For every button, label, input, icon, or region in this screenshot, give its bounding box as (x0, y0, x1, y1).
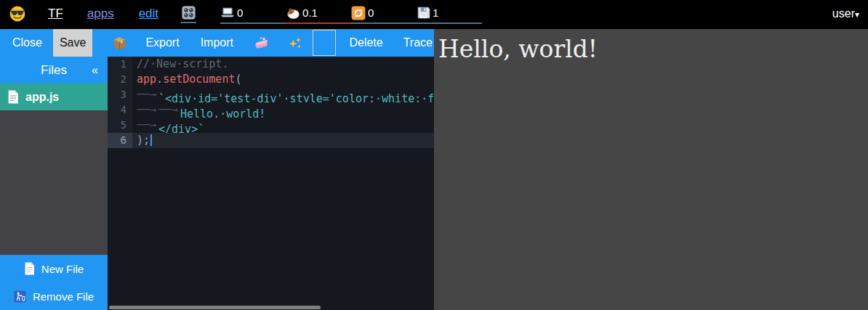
user-menu[interactable]: user▾ (832, 7, 859, 20)
new-file-label: New File (41, 263, 84, 275)
code-line-text[interactable]: ); (132, 133, 434, 148)
storage-value: 1 (433, 7, 438, 19)
code-editor[interactable]: 1//·New·script.2app.setDocument(3──→`<di… (108, 57, 434, 310)
code-line-text[interactable]: //·New·script. (132, 57, 434, 72)
code-token: //·New·script. (137, 57, 228, 70)
nav-edit-link[interactable]: edit (139, 7, 158, 21)
code-token: ); (137, 134, 150, 147)
export-button[interactable]: Export (144, 29, 180, 57)
line-number: 1 (108, 57, 132, 72)
cpu-value: 0 (237, 7, 243, 19)
close-button[interactable]: Close (11, 29, 44, 57)
refresh-arrows-icon (351, 6, 366, 20)
files-header-label: Files (41, 63, 67, 78)
line-number: 3 (108, 87, 132, 102)
laptop-icon (220, 6, 235, 20)
editor-toolbar: Close Save Export Import Delete Trace (0, 28, 434, 57)
sync-meter[interactable]: 0 (351, 4, 417, 24)
sunglasses-face-icon[interactable] (9, 6, 25, 22)
brand-link[interactable]: TF (48, 7, 63, 21)
sync-value: 0 (368, 7, 374, 19)
files-header: Files « (0, 57, 108, 83)
code-token: Hello,·world! (180, 107, 265, 118)
line-number: 6 (108, 133, 132, 148)
remove-file-label: Remove File (33, 290, 94, 303)
code-line-text[interactable]: ──→</div>` (132, 118, 434, 133)
memory-value: 0.1 (302, 7, 318, 19)
code-token: </div>` (158, 123, 204, 133)
files-sidebar: Files « app.js (0, 57, 108, 310)
text-cursor (150, 134, 152, 146)
horizontal-scrollbar-thumb[interactable] (109, 306, 321, 309)
top-bar: TF apps edit 0 (0, 0, 868, 28)
tab-whitespace-marker: ──→ (137, 118, 158, 133)
nav-apps-link[interactable]: apps (87, 7, 114, 21)
preview-hello-text: Hello, world! (438, 35, 598, 63)
code-line-text[interactable]: app.setDocument( (132, 72, 434, 87)
document-icon (7, 90, 19, 104)
sidebar-empty-area (0, 110, 108, 255)
code-line-text[interactable]: ──→`<div·id='test-div'·style='color:·whi… (132, 87, 434, 102)
editor-lines: 1//·New·script.2app.setDocument(3──→`<di… (108, 57, 434, 148)
delete-button[interactable]: Delete (347, 29, 384, 57)
cpu-meter[interactable]: 0 (220, 4, 286, 24)
storage-meter[interactable]: 1 (417, 4, 482, 24)
remove-file-button[interactable]: Remove File (0, 282, 108, 310)
code-line[interactable]: 6); (108, 133, 434, 148)
tab-whitespace-marker: ──→ (137, 102, 158, 118)
code-line[interactable]: 3──→`<div·id='test-div'·style='color:·wh… (108, 87, 434, 102)
code-line[interactable]: 2app.setDocument( (108, 72, 434, 87)
chevron-down-icon: ▾ (855, 9, 859, 20)
code-token: `<div·id='test-div'·style='color:·white;… (158, 92, 434, 102)
sparkles-icon[interactable] (288, 36, 302, 50)
memory-meter[interactable]: 0.1 (286, 4, 351, 24)
litter-bin-icon (14, 290, 26, 303)
line-number: 2 (108, 72, 132, 87)
sidebar-footer: New File Remove File (0, 255, 108, 310)
empty-box-button[interactable] (313, 30, 336, 56)
tab-whitespace-marker: ──→ (137, 87, 158, 102)
package-icon[interactable] (112, 36, 127, 51)
code-token: setDocument (163, 73, 235, 86)
code-line-text[interactable]: ──→──→Hello,·world! (132, 102, 434, 118)
status-meters: 0 0.1 (220, 4, 482, 24)
line-number: 4 (108, 102, 132, 118)
collapse-sidebar-button[interactable]: « (92, 57, 98, 83)
import-button[interactable]: Import (199, 29, 235, 57)
file-name: app.js (25, 91, 59, 104)
save-button[interactable]: Save (53, 29, 92, 57)
control-knobs-icon[interactable] (181, 5, 196, 23)
tab-whitespace-marker: ──→ (158, 102, 180, 118)
code-token: . (156, 73, 163, 86)
code-line[interactable]: 1//·New·script. (108, 57, 434, 72)
code-token: app (137, 73, 156, 86)
line-number: 5 (108, 118, 132, 133)
soap-icon[interactable] (254, 36, 269, 51)
floppy-disk-icon (417, 6, 430, 20)
code-token: ( (235, 73, 241, 86)
new-file-button[interactable]: New File (0, 255, 108, 282)
code-line[interactable]: 5──→</div>` (108, 118, 434, 133)
file-item-appjs[interactable]: app.js (0, 83, 108, 110)
code-line[interactable]: 4──→──→Hello,·world! (108, 102, 434, 118)
new-document-icon (24, 262, 35, 275)
preview-panel: Hello, world! (434, 28, 868, 310)
hamster-icon (286, 6, 300, 20)
trace-button[interactable]: Trace (402, 29, 434, 57)
